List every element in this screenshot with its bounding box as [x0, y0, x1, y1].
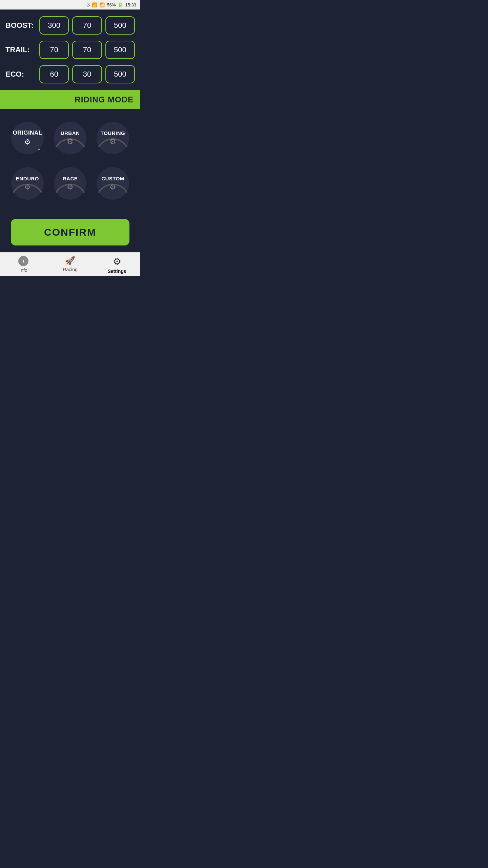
mode-item-urban[interactable]: URBAN⚙	[52, 119, 89, 157]
nav-label-racing: Racing	[63, 267, 78, 272]
param-label-1: TRAIL:	[5, 45, 36, 54]
param-box-2-1[interactable]: 30	[72, 65, 102, 83]
mode-circle-original: ORIGINAL⚙	[9, 119, 46, 157]
mode-name-original: ORIGINAL	[13, 130, 42, 136]
mode-item-enduro[interactable]: ENDURO⚙	[9, 165, 46, 202]
signal-icon: 📶	[99, 2, 105, 7]
main-content: BOOST:30070500TRAIL:7070500ECO:6030500 R…	[0, 9, 140, 252]
mode-circle-enduro: ENDURO⚙	[9, 165, 46, 202]
param-row-eco: ECO:6030500	[5, 65, 135, 83]
mode-circle-race: RACE⚙	[52, 165, 89, 202]
gear-icon-race: ⚙	[67, 183, 74, 192]
mode-name-urban: URBAN	[61, 130, 80, 136]
nav-label-info: Info	[19, 268, 27, 273]
mode-name-touring: TOURING	[101, 130, 125, 136]
riding-mode-label: RIDING MODE	[75, 95, 134, 104]
gear-icon-custom: ⚙	[109, 183, 116, 192]
nav-item-racing[interactable]: 🚀Racing	[47, 256, 94, 274]
gear-icon-original: ⚙	[24, 138, 31, 146]
gear-icon-enduro: ⚙	[24, 183, 31, 192]
mode-item-custom[interactable]: CUSTOM⚙	[94, 165, 131, 202]
mode-circle-touring: TOURING⚙	[94, 119, 131, 157]
nav-label-settings: Settings	[107, 269, 126, 274]
mode-circle-urban: URBAN⚙	[52, 119, 89, 157]
param-box-1-2[interactable]: 500	[105, 41, 135, 59]
param-box-0-0[interactable]: 300	[39, 16, 69, 35]
mode-name-race: RACE	[63, 176, 78, 181]
racing-icon: 🚀	[65, 256, 75, 265]
param-values-0: 30070500	[39, 16, 135, 35]
nav-item-info[interactable]: iInfo	[0, 256, 47, 274]
param-label-0: BOOST:	[5, 21, 36, 30]
confirm-section: CONFIRM	[5, 209, 135, 252]
param-label-2: ECO:	[5, 70, 36, 79]
battery-icon: 🔋	[118, 2, 123, 7]
time-display: 15:33	[125, 2, 136, 7]
settings-icon: ⚙	[113, 256, 121, 267]
mode-item-touring[interactable]: TOURING⚙	[94, 119, 131, 157]
riding-mode-banner: RIDING MODE	[0, 90, 140, 109]
mode-circle-custom: CUSTOM⚙	[94, 165, 131, 202]
wifi-icon: 📶	[92, 2, 97, 7]
battery-level: 56%	[107, 2, 116, 7]
param-box-0-2[interactable]: 500	[105, 16, 135, 35]
param-row-trail: TRAIL:7070500	[5, 41, 135, 59]
param-box-1-1[interactable]: 70	[72, 41, 102, 59]
gear-icon-urban: ⚙	[67, 137, 74, 146]
bottom-nav: iInfo🚀Racing⚙Settings	[0, 252, 140, 276]
status-bar: ℬ 📶 📶 56% 🔋 15:33	[0, 0, 140, 9]
mode-item-race[interactable]: RACE⚙	[52, 165, 89, 202]
nav-item-settings[interactable]: ⚙Settings	[94, 256, 140, 274]
bluetooth-icon: ℬ	[86, 2, 90, 7]
mode-item-original[interactable]: ORIGINAL⚙	[9, 119, 46, 157]
mode-name-custom: CUSTOM	[101, 176, 124, 181]
gear-icon-touring: ⚙	[109, 137, 116, 146]
confirm-button[interactable]: CONFIRM	[11, 219, 129, 245]
param-row-boost: BOOST:30070500	[5, 16, 135, 35]
param-box-1-0[interactable]: 70	[39, 41, 69, 59]
info-icon: i	[18, 256, 28, 266]
param-box-2-0[interactable]: 60	[39, 65, 69, 83]
param-rows-container: BOOST:30070500TRAIL:7070500ECO:6030500	[5, 16, 135, 83]
modes-grid: ORIGINAL⚙ URBAN⚙ TOURING⚙ ENDURO⚙ RACE⚙	[5, 109, 135, 209]
mode-name-enduro: ENDURO	[16, 176, 39, 181]
param-values-1: 7070500	[39, 41, 135, 59]
param-box-2-2[interactable]: 500	[105, 65, 135, 83]
param-box-0-1[interactable]: 70	[72, 16, 102, 35]
param-values-2: 6030500	[39, 65, 135, 83]
